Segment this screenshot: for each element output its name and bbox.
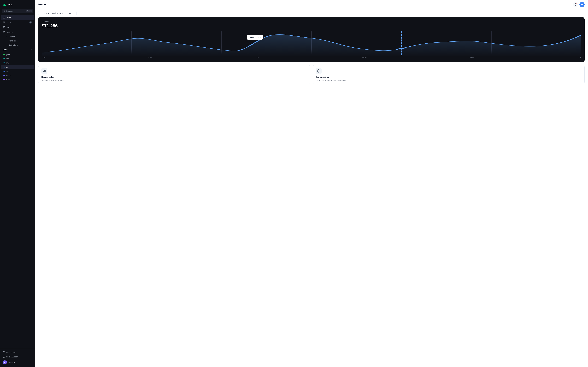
color-dot-blue — [3, 71, 5, 72]
top-countries-title: Top countries — [316, 76, 582, 78]
bar-chart-icon — [42, 69, 46, 73]
svg-point-8 — [31, 362, 31, 362]
svg-point-2 — [3, 26, 4, 27]
svg-rect-19 — [44, 70, 45, 72]
invite-people-button[interactable]: Invite people — [1, 350, 34, 355]
user-menu-icon — [30, 361, 32, 363]
sub-dot-general — [7, 36, 7, 37]
sub-dot-notifications — [7, 45, 7, 45]
x-label-9feb: 9 Feb — [148, 57, 152, 58]
user-profile-row[interactable]: B Benjamin — [1, 359, 34, 366]
color-dot-violet — [3, 79, 5, 80]
home-label: Home — [7, 17, 11, 18]
sidebar-item-notifications[interactable]: Notifications — [1, 43, 34, 47]
svg-rect-20 — [45, 70, 46, 72]
chart-tooltip: 13 Feb: $2,483 — [247, 35, 263, 40]
members-label: Members — [8, 40, 16, 42]
plus-circle-icon — [3, 351, 5, 353]
revenue-chart-svg — [42, 32, 581, 56]
users-icon — [3, 26, 5, 28]
notifications-button[interactable] — [573, 2, 578, 7]
color-item-cyan[interactable]: cyan — [1, 61, 34, 65]
color-item-violet[interactable]: violet — [1, 78, 34, 82]
color-label-green: green — [6, 54, 10, 56]
home-icon — [3, 17, 5, 19]
period-filter[interactable]: Daily — [67, 11, 77, 15]
top-countries-subtitle: You made sales in 20 countries this mont… — [316, 79, 582, 81]
shortcut-cmd: ⌘ — [26, 10, 29, 12]
color-item-sky[interactable]: sky — [1, 65, 34, 69]
date-range-label: 5 Feb, 2024 - 19 Feb, 2024 — [40, 12, 61, 14]
general-label: General — [8, 36, 15, 38]
main-header: Home + — [35, 0, 588, 9]
scrollable-content: Revenue $71,286 — [35, 17, 588, 367]
settings-label: Settings — [7, 31, 13, 33]
sidebar-item-settings[interactable]: Settings — [1, 30, 34, 34]
search-shortcut: ⌘ K — [26, 10, 32, 12]
user-name: Benjamin — [8, 361, 28, 363]
svg-point-17 — [398, 48, 404, 49]
color-item-blue[interactable]: blue — [1, 69, 34, 73]
search-bar[interactable]: Search... ⌘ K — [2, 9, 33, 13]
sidebar-item-home[interactable]: Home — [1, 15, 34, 20]
svg-point-7 — [31, 362, 31, 362]
search-placeholder: Search... — [6, 10, 25, 12]
user-avatar: B — [3, 360, 7, 364]
x-label-15feb: 15 Feb — [469, 57, 474, 58]
revenue-label: Revenue — [42, 21, 581, 23]
color-item-indigo[interactable]: indigo — [1, 73, 34, 77]
period-label: Daily — [68, 12, 72, 14]
color-label-cyan: cyan — [6, 62, 9, 64]
settings-icon — [3, 31, 5, 33]
x-label-13feb: 13 Feb — [362, 57, 366, 58]
sidebar: Nuxt Search... ⌘ K Home Inbox 4 — [0, 0, 35, 367]
page-title: Home — [38, 3, 46, 6]
help-support-button[interactable]: Help & Support — [1, 355, 34, 359]
svg-rect-18 — [43, 71, 44, 72]
help-circle-icon — [3, 356, 5, 358]
color-label-violet: violet — [6, 79, 10, 81]
revenue-value: $71,286 — [42, 23, 581, 28]
bottom-cards: Recent sales You made 128 sales this mon… — [38, 65, 585, 84]
color-item-green[interactable]: green — [1, 53, 34, 57]
color-label-blue: blue — [6, 70, 9, 72]
color-label-sky: sky — [6, 66, 8, 68]
recent-sales-icon-wrap — [41, 68, 47, 74]
colors-section-header[interactable]: Colors — [1, 48, 34, 52]
recent-sales-subtitle: You made 128 sales this month. — [41, 79, 307, 81]
header-actions: + — [573, 2, 585, 7]
date-range-filter[interactable]: 5 Feb, 2024 - 19 Feb, 2024 — [38, 11, 65, 15]
chart-area: 13 Feb: $2,483 — [42, 32, 581, 56]
app-name: Nuxt — [8, 3, 12, 6]
top-countries-card: Top countries You made sales in 20 count… — [313, 65, 585, 84]
logo-area: Nuxt — [0, 0, 35, 9]
sidebar-item-general[interactable]: General — [1, 35, 34, 39]
date-chevron-icon — [62, 12, 63, 14]
sidebar-item-members[interactable]: Members — [1, 39, 34, 43]
settings-chevron-icon — [30, 31, 32, 33]
color-dot-indigo — [3, 75, 5, 76]
colors-section-label: Colors — [3, 49, 8, 51]
add-button[interactable]: + — [580, 2, 585, 7]
svg-point-0 — [4, 10, 5, 12]
inbox-badge: 4 — [29, 21, 32, 24]
recent-sales-title: Recent sales — [41, 76, 307, 78]
sub-dot-members — [7, 41, 7, 41]
color-item-teal[interactable]: teal — [1, 57, 34, 61]
period-chevron-icon — [73, 12, 75, 14]
color-dot-cyan — [3, 62, 5, 64]
help-support-label: Help & Support — [6, 356, 18, 358]
notifications-label: Notifications — [8, 44, 18, 46]
x-label-17feb: 17 Feb — [577, 57, 581, 58]
color-label-teal: teal — [6, 58, 9, 60]
svg-rect-1 — [3, 22, 5, 23]
colors-chevron-icon — [30, 49, 32, 51]
notification-badge — [576, 3, 577, 4]
sidebar-item-inbox[interactable]: Inbox 4 — [1, 20, 34, 25]
recent-sales-card: Recent sales You made 128 sales this mon… — [38, 65, 310, 84]
users-label: Users — [7, 26, 11, 28]
color-dot-sky — [3, 67, 5, 68]
color-dot-teal — [3, 58, 5, 59]
sidebar-item-users[interactable]: Users — [1, 25, 34, 30]
inbox-label: Inbox — [7, 21, 11, 23]
